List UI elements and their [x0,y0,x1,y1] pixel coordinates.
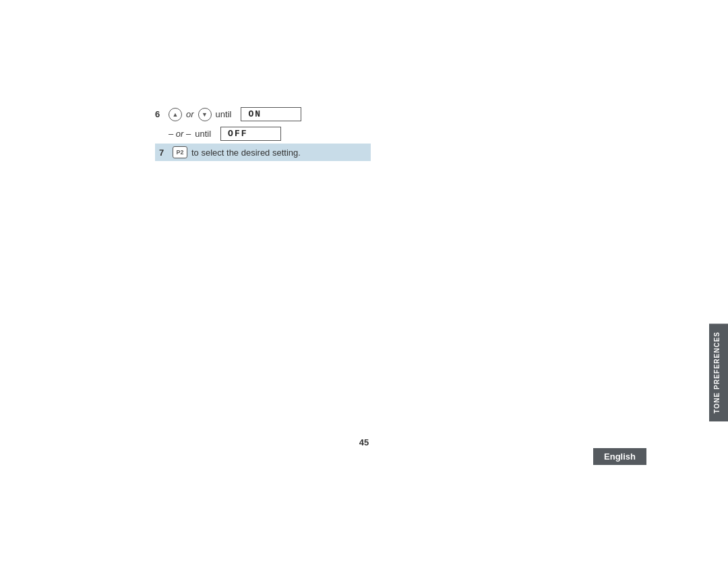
side-tab-label: TONE PREFERENCES [713,332,721,413]
up-arrow-icon[interactable]: ▲ [169,108,182,121]
step6-row: 6 ▲ or ▼ until ON [155,104,371,124]
step7-instruction: to select the desired setting. [191,148,301,158]
down-arrow-icon[interactable]: ▼ [198,108,212,121]
page-content: 6 ▲ or ▼ until ON – or – until OFF 7 P2 … [155,104,371,161]
page-number: 45 [359,437,369,447]
p2-button[interactable]: P2 [173,146,187,158]
english-badge: English [593,448,646,465]
side-tab-tone-preferences: TONE PREFERENCES [709,323,728,421]
step6-until: until [216,109,232,119]
step6-number: 6 [155,109,164,119]
step6-sub-until: until [195,129,211,139]
step6-sub-row: – or – until OFF [155,124,371,144]
step7-number: 7 [159,148,169,158]
step7-row: 7 P2 to select the desired setting. [155,144,371,161]
display-on: ON [241,107,301,121]
step6-sub-or: – or – [169,129,191,139]
step6-or: or [186,109,194,119]
display-off: OFF [220,127,281,141]
instruction-block: 6 ▲ or ▼ until ON – or – until OFF 7 P2 … [155,104,371,161]
